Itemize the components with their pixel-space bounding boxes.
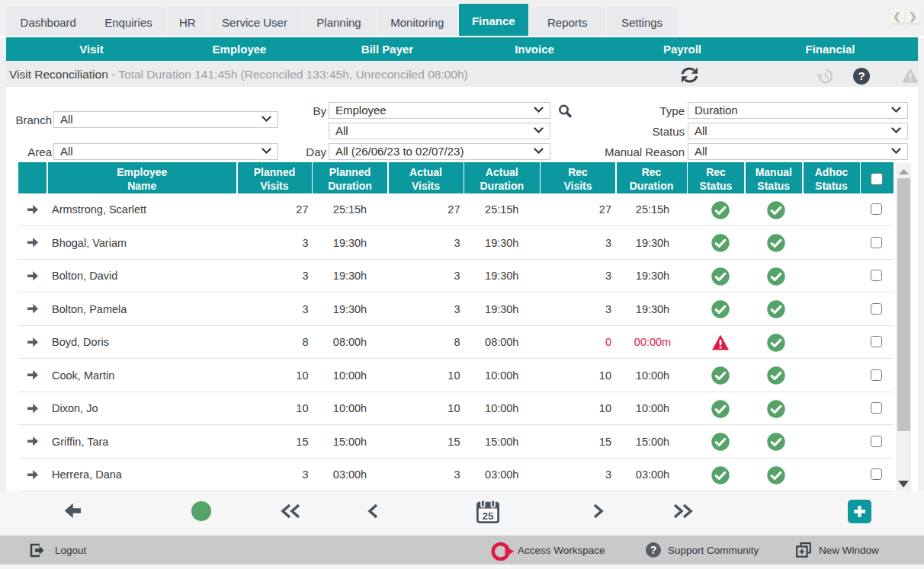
- svg-text:25: 25: [482, 510, 494, 522]
